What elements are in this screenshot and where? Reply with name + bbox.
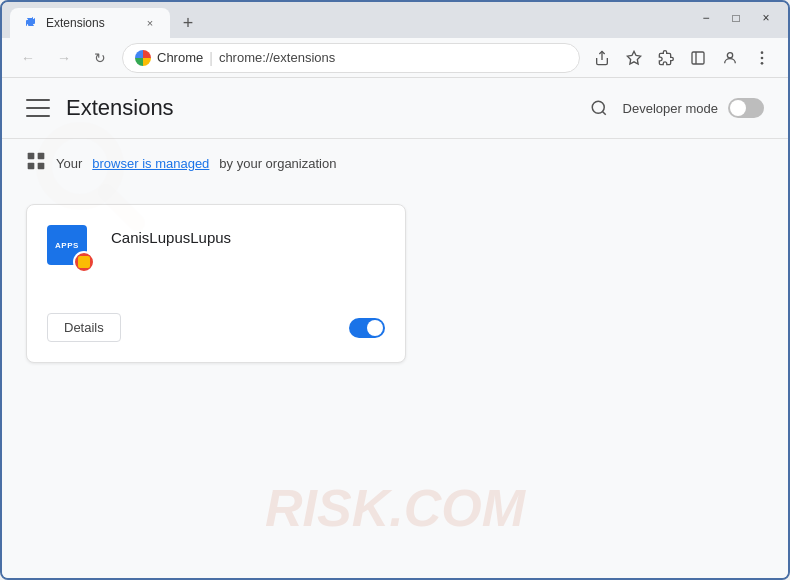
svg-point-4	[727, 52, 732, 57]
bookmark-icon[interactable]	[620, 44, 648, 72]
maximize-button[interactable]: □	[722, 6, 750, 30]
address-bar-icons	[588, 44, 776, 72]
svg-rect-15	[38, 163, 45, 170]
svg-point-6	[761, 56, 764, 59]
browser-window: Extensions × + − □ × ← → ↻ Chrome | chro…	[0, 0, 790, 580]
developer-mode-toggle[interactable]	[728, 98, 764, 118]
minimize-button[interactable]: −	[692, 6, 720, 30]
address-divider: |	[209, 50, 213, 66]
extensions-cards-area: APPS CanisLupusLupus Details	[2, 188, 788, 379]
address-url-text: chrome://extensions	[219, 50, 335, 65]
extensions-header: Extensions Developer mode	[2, 78, 788, 139]
watermark-text: RISK.COM	[265, 478, 525, 538]
title-bar: Extensions × + − □ ×	[2, 2, 788, 38]
managed-text-after: by your organization	[219, 156, 336, 171]
forward-button[interactable]: →	[50, 44, 78, 72]
svg-point-7	[761, 62, 764, 65]
active-tab[interactable]: Extensions ×	[10, 8, 170, 38]
apps-label: APPS	[55, 241, 79, 250]
extension-card-top: APPS CanisLupusLupus	[47, 225, 385, 273]
managed-text-before: Your	[56, 156, 82, 171]
close-button[interactable]: ×	[752, 6, 780, 30]
svg-line-11	[602, 111, 605, 114]
new-tab-button[interactable]: +	[174, 9, 202, 37]
extension-card: APPS CanisLupusLupus Details	[26, 204, 406, 363]
extension-name: CanisLupusLupus	[111, 225, 231, 246]
extension-icon-badge	[73, 251, 95, 273]
profile-icon[interactable]	[716, 44, 744, 72]
extension-card-bottom: Details	[47, 313, 385, 342]
tab-favicon-icon	[22, 15, 38, 31]
tab-strip: Extensions × +	[10, 2, 688, 38]
search-icon[interactable]	[585, 94, 613, 122]
share-icon[interactable]	[588, 44, 616, 72]
developer-mode-group: Developer mode	[585, 94, 764, 122]
address-bar: ← → ↻ Chrome | chrome://extensions	[2, 38, 788, 78]
extension-icon-container: APPS	[47, 225, 95, 273]
chrome-logo-icon	[135, 50, 151, 66]
svg-rect-13	[38, 153, 45, 160]
details-button[interactable]: Details	[47, 313, 121, 342]
svg-marker-1	[627, 51, 640, 64]
svg-rect-14	[28, 163, 35, 170]
svg-point-5	[761, 51, 764, 54]
address-field[interactable]: Chrome | chrome://extensions	[122, 43, 580, 73]
managed-link[interactable]: browser is managed	[92, 156, 209, 171]
menu-hamburger-button[interactable]	[26, 99, 50, 117]
managed-grid-icon	[26, 151, 46, 176]
browser-name-text: Chrome	[157, 50, 203, 65]
page-title: Extensions	[66, 95, 174, 121]
tab-close-button[interactable]: ×	[142, 15, 158, 31]
tab-title: Extensions	[46, 16, 134, 30]
extension-icon-badge-inner	[78, 256, 90, 268]
extensions-icon[interactable]	[652, 44, 680, 72]
managed-notice: Your browser is managed by your organiza…	[2, 139, 788, 188]
svg-rect-12	[28, 153, 35, 160]
svg-rect-2	[692, 52, 704, 64]
developer-mode-label: Developer mode	[623, 101, 718, 116]
window-controls: − □ ×	[692, 2, 780, 30]
page-content: RISK.COM Extensions Developer mode	[2, 78, 788, 578]
sidebar-icon[interactable]	[684, 44, 712, 72]
back-button[interactable]: ←	[14, 44, 42, 72]
more-menu-icon[interactable]	[748, 44, 776, 72]
extension-enabled-toggle[interactable]	[349, 318, 385, 338]
svg-point-10	[592, 101, 604, 113]
reload-button[interactable]: ↻	[86, 44, 114, 72]
